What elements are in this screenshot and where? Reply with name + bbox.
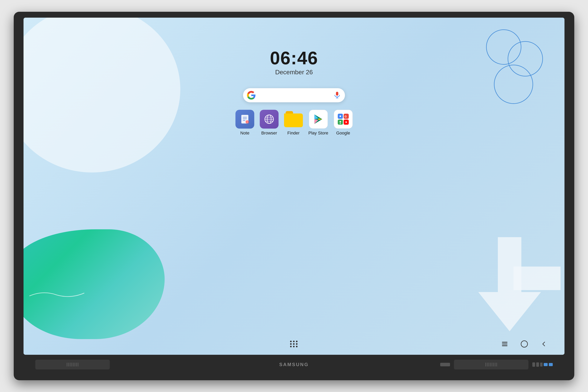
- bottom-nav: [24, 339, 564, 349]
- chrome-mini: [338, 114, 343, 119]
- app-item-finder[interactable]: Finder: [284, 110, 303, 136]
- svg-point-23: [340, 121, 341, 122]
- home-button[interactable]: [520, 339, 529, 349]
- dot: [296, 346, 298, 347]
- clock-date: December 26: [270, 68, 318, 76]
- speaker-dot: [495, 362, 496, 366]
- port-usb-blue-2: [549, 363, 553, 366]
- speaker-dot: [487, 362, 488, 366]
- google-mini: G: [344, 114, 349, 119]
- tv-bottom-bezel: SAMSUNG: [24, 355, 564, 374]
- recents-icon: [502, 342, 508, 346]
- svg-marker-24: [346, 121, 347, 123]
- speaker-dot: [71, 362, 72, 366]
- decorative-circles: [482, 30, 549, 112]
- speaker-dot: [493, 362, 494, 366]
- app-item-google[interactable]: G Google: [334, 110, 352, 136]
- svg-marker-1: [514, 266, 560, 290]
- finder-label: Finder: [287, 130, 300, 136]
- speaker-dot: [488, 362, 489, 366]
- port-hdmi-2: [536, 362, 539, 367]
- tv-screen: 06:46 December 26: [24, 18, 564, 355]
- line-bar: [502, 345, 508, 346]
- svg-text:+: +: [246, 121, 248, 124]
- dot: [296, 341, 298, 342]
- browser-label: Browser: [261, 130, 277, 136]
- brand-name: SAMSUNG: [279, 362, 309, 367]
- port-hdmi: [532, 362, 535, 367]
- line-bar: [502, 344, 508, 344]
- arrow-decoration: [459, 237, 560, 339]
- playstore-label: Play Store: [308, 130, 328, 136]
- google-label: Google: [336, 130, 350, 136]
- dot: [293, 343, 294, 345]
- browser-icon: [260, 110, 278, 128]
- google-folder-grid: G: [338, 114, 349, 125]
- speaker-dot: [490, 362, 491, 366]
- dot: [290, 346, 292, 347]
- google-folder-icon: G: [334, 110, 352, 128]
- browser-svg: [263, 113, 275, 125]
- app-item-browser[interactable]: Browser: [260, 110, 278, 136]
- maps-mini: [338, 120, 343, 125]
- microphone-svg: [334, 92, 340, 99]
- wavy-line-svg: [28, 288, 86, 300]
- power-button-bezel[interactable]: [440, 363, 450, 366]
- google-g-logo: [247, 91, 256, 100]
- speaker-dot: [70, 362, 70, 366]
- speaker-dot: [76, 362, 77, 366]
- speaker-dot: [485, 362, 486, 366]
- home-icon: [521, 340, 528, 348]
- port-usb-blue: [544, 363, 548, 366]
- note-svg: +: [239, 114, 250, 125]
- playstore-svg: [313, 114, 324, 125]
- speaker-grille-left: [67, 362, 78, 366]
- app-item-note[interactable]: + Note: [236, 110, 254, 136]
- line-bar: [502, 342, 508, 342]
- svg-point-21: [340, 116, 341, 117]
- app-item-playstore[interactable]: Play Store: [308, 110, 328, 136]
- clock-time: 06:46: [270, 49, 318, 67]
- speaker-dot: [74, 362, 75, 366]
- speaker-dot: [492, 362, 492, 366]
- back-icon: [541, 341, 547, 347]
- deco-circle-3: [494, 65, 533, 104]
- ports-area: [532, 362, 553, 367]
- app-row: + Note Browser: [236, 110, 352, 136]
- speaker-right: [454, 360, 528, 370]
- speaker-dot: [67, 362, 68, 366]
- dot: [290, 343, 292, 345]
- svg-rect-2: [336, 92, 338, 96]
- speaker-grille-right: [485, 362, 497, 366]
- tv-frame: 06:46 December 26: [14, 12, 574, 380]
- nav-right: [300, 339, 549, 349]
- back-button[interactable]: [539, 339, 549, 349]
- mic-icon[interactable]: [333, 91, 341, 99]
- port-usb: [540, 362, 542, 366]
- dot: [293, 346, 294, 347]
- dot: [293, 341, 294, 342]
- note-label: Note: [240, 130, 249, 136]
- speaker-left: [35, 360, 110, 370]
- speaker-dot: [78, 362, 78, 366]
- note-icon: +: [236, 110, 254, 128]
- finder-icon: [284, 110, 303, 128]
- recents-button[interactable]: [500, 339, 510, 349]
- clock-area: 06:46 December 26: [270, 49, 318, 76]
- dot: [290, 341, 292, 342]
- svg-text:G: G: [344, 115, 347, 118]
- speaker-dot: [68, 362, 69, 366]
- playstore-icon: [309, 110, 328, 128]
- speaker-dot: [73, 362, 74, 366]
- youtube-mini: [344, 120, 349, 125]
- app-drawer-button[interactable]: [288, 339, 300, 349]
- dot: [296, 343, 298, 345]
- speaker-dot: [496, 362, 497, 366]
- search-bar[interactable]: [243, 88, 345, 102]
